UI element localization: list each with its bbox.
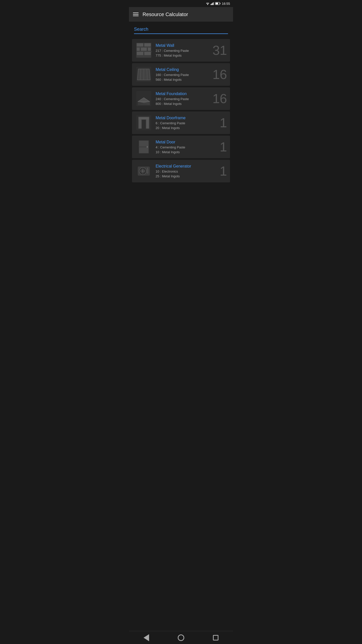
item-card-metal-wall[interactable]: Metal Wall 217 : Cementing Paste775 : Me… bbox=[132, 39, 230, 62]
item-info-metal-wall: Metal Wall 217 : Cementing Paste775 : Me… bbox=[156, 43, 209, 57]
item-count-metal-wall: 31 bbox=[212, 44, 227, 57]
item-card-metal-door[interactable]: Metal Door 4 : Cementing Paste10 : Metal… bbox=[132, 136, 230, 158]
app-bar: Resource Calculator bbox=[129, 7, 233, 22]
item-card-metal-ceiling[interactable]: Metal Ceiling 160 : Cementing Paste560 :… bbox=[132, 63, 230, 86]
item-resource-metal-wall-0: 217 : Cementing Paste bbox=[156, 49, 209, 53]
item-name-metal-doorframe: Metal Doorframe bbox=[156, 116, 209, 120]
item-resource-metal-ceiling-0: 160 : Cementing Paste bbox=[156, 73, 209, 77]
item-resource-metal-foundation-1: 800 : Metal Ingots bbox=[156, 102, 209, 106]
item-image-metal-foundation bbox=[135, 90, 153, 107]
status-bar: 16:55 bbox=[129, 0, 233, 7]
svg-point-47 bbox=[147, 146, 148, 148]
item-image-electrical-generator bbox=[135, 162, 153, 180]
item-name-metal-ceiling: Metal Ceiling bbox=[156, 67, 209, 72]
svg-rect-9 bbox=[137, 43, 143, 47]
svg-rect-4 bbox=[214, 2, 214, 5]
item-card-metal-foundation[interactable]: Metal Foundation 240 : Cementing Paste80… bbox=[132, 87, 230, 110]
status-icons: 16:55 bbox=[206, 2, 230, 6]
item-resource-metal-wall-1: 775 : Metal Ingots bbox=[156, 54, 209, 57]
item-name-electrical-generator: Electrical Generator bbox=[156, 164, 209, 169]
svg-rect-12 bbox=[137, 48, 140, 51]
svg-rect-1 bbox=[211, 4, 211, 5]
svg-rect-17 bbox=[144, 52, 151, 55]
svg-rect-7 bbox=[216, 3, 218, 5]
svg-rect-14 bbox=[148, 48, 151, 51]
item-card-electrical-generator[interactable]: Electrical Generator 10 : Electronics25 … bbox=[132, 160, 230, 182]
item-info-metal-ceiling: Metal Ceiling 160 : Cementing Paste560 :… bbox=[156, 67, 209, 82]
signal-icon bbox=[211, 2, 214, 5]
search-input[interactable] bbox=[134, 26, 228, 34]
svg-rect-3 bbox=[213, 3, 213, 5]
battery-icon bbox=[215, 2, 221, 5]
app-title: Resource Calculator bbox=[143, 12, 188, 17]
item-resource-metal-doorframe-1: 20 : Metal Ingots bbox=[156, 126, 209, 130]
item-name-metal-foundation: Metal Foundation bbox=[156, 92, 209, 96]
item-resource-metal-doorframe-0: 6 : Cementing Paste bbox=[156, 121, 209, 125]
item-resource-metal-door-0: 4 : Cementing Paste bbox=[156, 145, 209, 149]
item-count-metal-doorframe: 1 bbox=[212, 116, 227, 129]
svg-rect-45 bbox=[139, 141, 148, 146]
item-info-metal-doorframe: Metal Doorframe 6 : Cementing Paste20 : … bbox=[156, 116, 209, 130]
item-resource-electrical-generator-0: 10 : Electronics bbox=[156, 170, 209, 173]
svg-rect-6 bbox=[220, 3, 220, 4]
svg-rect-13 bbox=[141, 48, 147, 51]
item-count-electrical-generator: 1 bbox=[212, 165, 227, 178]
item-resource-metal-door-1: 10 : Metal Ingots bbox=[156, 150, 209, 154]
item-name-metal-door: Metal Door bbox=[156, 140, 209, 144]
menu-button[interactable] bbox=[133, 13, 139, 16]
item-image-metal-ceiling bbox=[135, 66, 153, 83]
item-image-metal-wall bbox=[135, 42, 153, 59]
time-display: 16:55 bbox=[222, 2, 230, 6]
svg-rect-2 bbox=[212, 3, 212, 5]
item-count-metal-door: 1 bbox=[212, 140, 227, 153]
item-count-metal-foundation: 16 bbox=[212, 92, 227, 105]
items-list: Metal Wall 217 : Cementing Paste775 : Me… bbox=[129, 37, 233, 184]
svg-rect-53 bbox=[147, 169, 148, 174]
svg-rect-46 bbox=[139, 147, 148, 153]
item-resource-metal-ceiling-1: 560 : Metal Ingots bbox=[156, 78, 209, 82]
svg-rect-54 bbox=[147, 168, 148, 169]
search-container bbox=[129, 22, 233, 37]
svg-rect-42 bbox=[139, 117, 149, 119]
item-image-metal-door bbox=[135, 138, 153, 156]
svg-rect-16 bbox=[137, 52, 143, 55]
item-info-electrical-generator: Electrical Generator 10 : Electronics25 … bbox=[156, 164, 209, 178]
wifi-icon bbox=[206, 2, 210, 5]
svg-point-0 bbox=[207, 5, 208, 5]
item-info-metal-foundation: Metal Foundation 240 : Cementing Paste80… bbox=[156, 92, 209, 106]
item-card-metal-doorframe[interactable]: Metal Doorframe 6 : Cementing Paste20 : … bbox=[132, 111, 230, 134]
svg-rect-18 bbox=[137, 56, 151, 56]
item-image-metal-doorframe bbox=[135, 114, 153, 132]
item-count-metal-ceiling: 16 bbox=[212, 68, 227, 81]
item-resource-electrical-generator-1: 25 : Metal Ingots bbox=[156, 174, 209, 178]
item-resource-metal-foundation-0: 240 : Cementing Paste bbox=[156, 97, 209, 101]
item-info-metal-door: Metal Door 4 : Cementing Paste10 : Metal… bbox=[156, 140, 209, 154]
svg-rect-10 bbox=[144, 43, 151, 47]
item-name-metal-wall: Metal Wall bbox=[156, 43, 209, 48]
